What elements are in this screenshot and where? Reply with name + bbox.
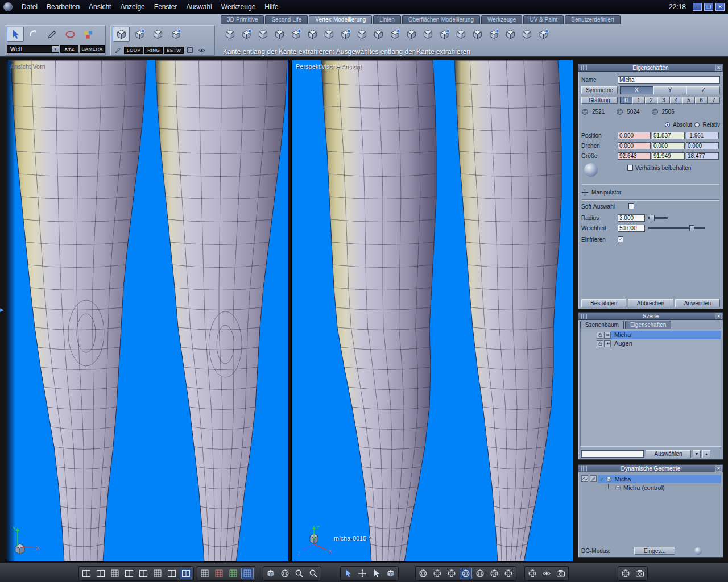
radius-slider[interactable] [648,215,668,221]
name-input[interactable] [618,76,720,84]
display-normals-icon[interactable] [526,568,539,579]
close-icon[interactable]: ✕ [715,465,722,472]
smoothing-level-6-button[interactable]: 6 [695,97,708,104]
close-button[interactable]: ✕ [715,3,725,11]
smoothing-level-3-button[interactable]: 3 [657,97,670,104]
uv-grid-icon[interactable] [241,568,254,579]
radius-input[interactable] [618,214,645,222]
zoom-out-icon[interactable] [307,568,320,579]
size-y-input[interactable] [652,152,685,160]
modeling-tool-icon[interactable] [436,26,452,42]
subobject-mode-icon[interactable] [149,27,166,42]
rotation-y-input[interactable] [652,142,685,149]
shading-xray-icon[interactable] [488,568,500,579]
tab-linien[interactable]: Linien [373,15,401,24]
modeling-tool-icon[interactable] [519,26,535,42]
viewport-perspective[interactable]: Perspektivische Ansicht micha-0015 * Y Z… [291,60,573,562]
eye-icon[interactable] [604,332,611,339]
dg-mode-indicator[interactable] [694,547,702,555]
rotate-view-tool-icon[interactable] [25,27,42,42]
tab-uv-paint[interactable]: UV & Paint [523,15,564,24]
subobject-mode-icon[interactable] [131,27,148,42]
camera-button[interactable]: CAMERA [80,45,105,53]
between-button[interactable]: BETW [164,47,184,54]
scene-tree-item[interactable]: Augen [581,339,721,348]
render-camera-icon[interactable] [634,568,646,579]
drag-grip-icon[interactable] [580,65,588,70]
position-x-input[interactable] [618,132,651,139]
smoothing-button[interactable]: Glättung [581,97,618,104]
spin-down-button[interactable]: ▼ [693,450,701,458]
modeling-tool-icon[interactable] [420,26,436,42]
rotation-z-input[interactable] [686,142,719,149]
eye-icon[interactable] [604,340,611,347]
tab-scene-properties[interactable]: Eigenschaften [625,321,671,329]
menu-item-anzeige[interactable]: Anzeige [115,1,149,13]
tab-second-life[interactable]: Second Life [265,15,308,24]
smoothing-level-7-button[interactable]: 7 [708,97,720,104]
symmetry-button[interactable]: Symmetrie [581,86,618,94]
minimize-button[interactable]: – [693,3,702,11]
shading-textured-icon[interactable] [460,568,472,579]
menu-item-ansicht[interactable]: Ansicht [84,1,115,13]
dg-panel-titlebar[interactable]: Dynamische Geometrie ✕ [578,465,723,472]
subobject-mode-icon[interactable] [113,27,130,42]
modeling-tool-icon[interactable] [486,26,502,42]
render-preview-icon[interactable] [619,568,632,579]
modeling-tool-icon[interactable] [238,26,254,42]
viewport-layout-icon[interactable] [123,568,135,579]
scene-tree-item[interactable]: Micha [581,331,721,339]
paint-select-tool-icon[interactable] [43,27,60,42]
viewport-front[interactable]: Ansicht Vorn Y X [6,60,289,562]
tab-benutzerdefiniert[interactable]: Benutzerdefiniert [565,15,621,24]
modeling-tool-icon[interactable] [453,26,469,42]
shading-flat-icon[interactable] [431,568,444,579]
menu-item-fenster[interactable]: Fenster [150,1,182,13]
softness-slider[interactable] [648,225,705,231]
tab-werkzeuge[interactable]: Werkzeuge [481,15,522,24]
dg-wave-tool-icon[interactable] [581,475,588,482]
size-z-input[interactable] [686,152,719,160]
dg-item-child[interactable]: Micha (control) [606,484,721,492]
viewport-layout-icon[interactable] [109,568,121,579]
symmetry-axis-x-button[interactable]: X [620,86,653,94]
viewport-layout-icon[interactable] [180,568,192,579]
grid-select-icon[interactable] [185,46,195,54]
modeling-tool-icon[interactable] [502,26,518,42]
shading-wireframe-icon[interactable] [417,568,429,579]
size-x-input[interactable] [618,152,651,160]
apply-button[interactable]: Anwenden [675,299,720,307]
manipulator-ball-icon[interactable] [584,163,598,177]
drag-grip-icon[interactable] [580,466,588,471]
softness-input[interactable] [618,225,645,232]
viewport-layout-icon[interactable] [94,568,107,579]
menu-item-hilfe[interactable]: Hilfe [260,1,283,13]
viewport-layout-icon[interactable] [151,568,164,579]
ring-button[interactable]: RING [144,47,163,54]
modeling-tool-icon[interactable] [288,26,304,42]
modeling-tool-icon[interactable] [354,26,370,42]
symmetry-axis-z-button[interactable]: Z [686,86,720,94]
soft-select-checkbox[interactable] [628,203,634,209]
dg-spline-tool-icon[interactable] [590,475,597,482]
xyz-button[interactable]: XYZ [60,45,78,53]
modeling-tool-icon[interactable] [255,26,271,42]
menu-item-datei[interactable]: Datei [17,1,42,13]
select-button[interactable]: Auswählen [646,450,691,458]
shading-backface-icon[interactable] [502,568,515,579]
menu-item-werkzeuge[interactable]: Werkzeuge [217,1,260,13]
grid-display-icon[interactable] [198,568,211,579]
viewport-layout-icon[interactable] [166,568,178,579]
tab-oberfl-chen-modellierung[interactable]: Oberflächen-Modellierung [402,15,480,24]
symmetry-axis-y-button[interactable]: Y [653,86,687,94]
panel-splitter-arrow[interactable]: ▶ [0,307,4,313]
subobject-mode-icon[interactable] [167,27,184,42]
camera-view-icon[interactable] [555,568,567,579]
tab-scene-tree[interactable]: Szenenbaum [580,321,624,329]
viewport-layout-icon[interactable] [80,568,93,579]
grid-green-icon[interactable] [227,568,239,579]
tab-3d-primitive[interactable]: 3D-Primitive [221,15,264,24]
modeling-tool-icon[interactable] [403,26,419,42]
lasso-mode-icon[interactable] [370,568,383,579]
confirm-button[interactable]: Bestätigen [581,299,626,307]
